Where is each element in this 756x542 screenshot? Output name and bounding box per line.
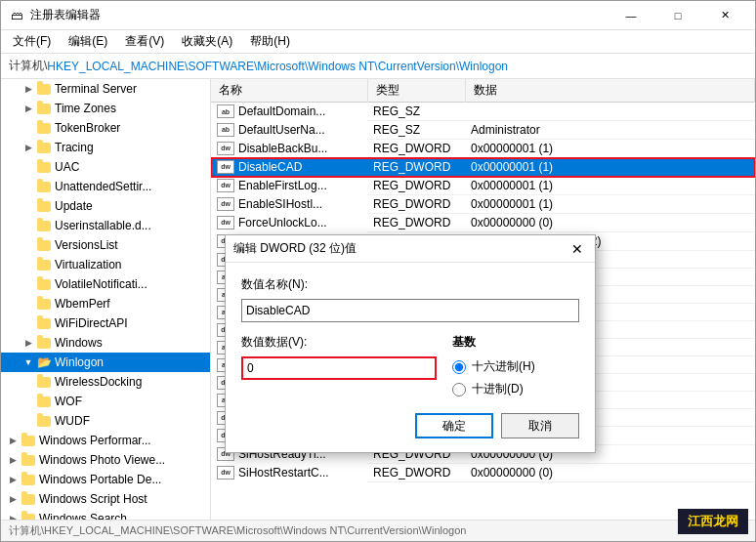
tree-item-time-zones[interactable]: ▶ Time Zones bbox=[1, 99, 210, 118]
edit-dword-dialog: 编辑 DWORD (32 位)值 ✕ 数值名称(N): 数值数据(V): 基数 … bbox=[225, 234, 596, 453]
reg-value-icon: dw bbox=[217, 197, 234, 211]
tree-item-label: VolatileNotificati... bbox=[55, 277, 147, 291]
tree-item-label: Windows Search bbox=[39, 512, 127, 520]
folder-icon bbox=[36, 374, 52, 390]
title-bar: 🗃 注册表编辑器 — □ ✕ bbox=[1, 1, 755, 30]
table-row[interactable]: dwEnableFirstLog...REG_DWORD0x00000001 (… bbox=[211, 177, 755, 195]
tree-item-uac[interactable]: ▶ UAC bbox=[1, 157, 210, 177]
tree-arrow: ▶ bbox=[21, 299, 36, 309]
table-row[interactable]: dwSiHostRestartC...REG_DWORD0x00000000 (… bbox=[211, 464, 755, 482]
cell-name: dwEnableFirstLog... bbox=[211, 177, 367, 194]
app-icon: 🗃 bbox=[9, 8, 24, 23]
folder-icon bbox=[21, 511, 36, 520]
tree-item-wudf[interactable]: ▶ WUDF bbox=[1, 411, 210, 431]
menu-file[interactable]: 文件(F) bbox=[5, 31, 59, 52]
tree-item-label: Terminal Server bbox=[55, 82, 137, 96]
cell-name-text: DefaultUserNa... bbox=[238, 123, 325, 137]
tree-arrow: ▶ bbox=[21, 260, 36, 270]
tree-item-label: Windows bbox=[55, 336, 103, 350]
tree-item-wireless[interactable]: ▶ WirelessDocking bbox=[1, 372, 210, 392]
cell-type: REG_SZ bbox=[367, 121, 465, 140]
table-row[interactable]: dwEnableSIHostl...REG_DWORD0x00000001 (1… bbox=[211, 195, 755, 214]
tree-item-label: Windows Portable De... bbox=[39, 473, 161, 486]
tree-item-wbemperf[interactable]: ▶ WbemPerf bbox=[1, 294, 210, 313]
tree-item-win-perf[interactable]: ▶ Windows Performar... bbox=[1, 431, 210, 450]
dialog-name-input[interactable] bbox=[241, 299, 579, 322]
tree-item-versionslist[interactable]: ▶ VersionsList bbox=[1, 235, 210, 255]
tree-arrow: ▶ bbox=[21, 279, 36, 289]
reg-value-icon: dw bbox=[217, 216, 234, 229]
dialog-cancel-button[interactable]: 取消 bbox=[501, 413, 579, 438]
tree-item-label: Windows Performar... bbox=[39, 434, 151, 447]
cell-data: 0x00000000 (0) bbox=[465, 464, 755, 482]
tree-item-tracing[interactable]: ▶ Tracing bbox=[1, 138, 210, 157]
tree-item-win-photo[interactable]: ▶ Windows Photo Viewe... bbox=[1, 450, 210, 470]
col-header-data[interactable]: 数据 bbox=[465, 79, 755, 103]
radio-dec-input[interactable] bbox=[452, 383, 466, 396]
tree-item-label: WUDF bbox=[55, 414, 90, 428]
tree-item-winlogon[interactable]: ▼ 📂 Winlogon bbox=[1, 353, 210, 372]
tree-item-wifidirect[interactable]: ▶ WiFiDirectAPI bbox=[1, 313, 210, 333]
menu-help[interactable]: 帮助(H) bbox=[242, 31, 298, 52]
table-row[interactable]: dwDisableBackBu...REG_DWORD0x00000001 (1… bbox=[211, 140, 755, 158]
tree-item-label: UnattendedSettir... bbox=[55, 180, 151, 193]
tree-item-volatile[interactable]: ▶ VolatileNotificati... bbox=[1, 274, 210, 294]
reg-value-icon: dw bbox=[217, 160, 234, 174]
tree-item-win-script[interactable]: ▶ Windows Script Host bbox=[1, 489, 210, 509]
folder-icon bbox=[36, 81, 52, 97]
cell-data: 0x00000001 (1) bbox=[465, 177, 755, 195]
tree-panel: ▶ Terminal Server ▶ Time Zones ▶ bbox=[1, 79, 211, 520]
tree-item-label: Winlogon bbox=[55, 355, 104, 369]
tree-item-windows[interactable]: ▶ Windows bbox=[1, 333, 210, 353]
dialog-close-button[interactable]: ✕ bbox=[567, 239, 587, 259]
cell-name-text: ForceUnlockLo... bbox=[238, 216, 327, 229]
cell-type: REG_DWORD bbox=[367, 195, 465, 214]
folder-open-icon: 📂 bbox=[36, 354, 52, 370]
cell-name: dwDisableCAD bbox=[211, 158, 367, 176]
cell-name: dwForceUnlockLo... bbox=[211, 214, 367, 231]
tree-item-unattended[interactable]: ▶ UnattendedSettir... bbox=[1, 177, 210, 196]
menu-favorites[interactable]: 收藏夹(A) bbox=[174, 31, 240, 52]
maximize-button[interactable]: □ bbox=[655, 1, 700, 30]
radio-hex[interactable]: 十六进制(H) bbox=[452, 358, 579, 375]
cell-data: 0x00000001 (1) bbox=[465, 195, 755, 214]
table-row[interactable]: dwForceUnlockLo...REG_DWORD0x00000000 (0… bbox=[211, 214, 755, 232]
col-header-type[interactable]: 类型 bbox=[367, 79, 465, 103]
folder-icon bbox=[36, 237, 52, 253]
folder-icon bbox=[36, 198, 52, 214]
menu-view[interactable]: 查看(V) bbox=[117, 31, 172, 52]
radio-hex-input[interactable] bbox=[452, 360, 466, 374]
cell-name-text: EnableFirstLog... bbox=[238, 179, 327, 192]
tree-item-update[interactable]: ▶ Update bbox=[1, 196, 210, 216]
tree-item-tokenbroker[interactable]: ▶ TokenBroker bbox=[1, 118, 210, 138]
tree-item-win-portable[interactable]: ▶ Windows Portable De... bbox=[1, 470, 210, 489]
col-header-name[interactable]: 名称 bbox=[211, 79, 367, 103]
tree-arrow: ▶ bbox=[5, 436, 21, 445]
minimize-button[interactable]: — bbox=[609, 1, 653, 30]
tree-item-wof[interactable]: ▶ WOF bbox=[1, 392, 210, 411]
radio-hex-label: 十六进制(H) bbox=[472, 358, 535, 375]
tree-arrow: ▶ bbox=[21, 123, 36, 133]
table-row[interactable]: abDefaultUserNa...REG_SZAdministrator bbox=[211, 121, 755, 140]
cell-type: REG_DWORD bbox=[367, 140, 465, 158]
tree-arrow: ▶ bbox=[21, 162, 36, 172]
tree-item-userinstallable[interactable]: ▶ Userinstallable.d... bbox=[1, 216, 210, 235]
tree-item-win-search[interactable]: ▶ Windows Search bbox=[1, 509, 210, 520]
tree-item-label: Windows Script Host bbox=[39, 492, 147, 506]
menu-edit[interactable]: 编辑(E) bbox=[61, 31, 115, 52]
radio-dec[interactable]: 十进制(D) bbox=[452, 381, 579, 397]
tree-arrow: ▶ bbox=[21, 104, 36, 113]
table-row[interactable]: abDefaultDomain...REG_SZ bbox=[211, 103, 755, 121]
dialog-ok-button[interactable]: 确定 bbox=[415, 413, 493, 438]
close-button[interactable]: ✕ bbox=[702, 1, 747, 30]
address-bar: 计算机\ HKEY_LOCAL_MACHINE\SOFTWARE\Microso… bbox=[1, 54, 755, 79]
tree-item-label: Userinstallable.d... bbox=[55, 219, 151, 232]
tree-item-terminal-server[interactable]: ▶ Terminal Server bbox=[1, 79, 210, 99]
tree-item-label: UAC bbox=[55, 160, 79, 174]
tree-arrow: ▶ bbox=[21, 396, 36, 406]
table-row[interactable]: dwDisableCADREG_DWORD0x00000001 (1) bbox=[211, 158, 755, 177]
dialog-value-input[interactable] bbox=[241, 356, 437, 380]
tree-item-label: Tracing bbox=[55, 141, 94, 154]
tree-item-virtualization[interactable]: ▶ Virtualization bbox=[1, 255, 210, 274]
tree-arrow: ▶ bbox=[21, 221, 36, 230]
